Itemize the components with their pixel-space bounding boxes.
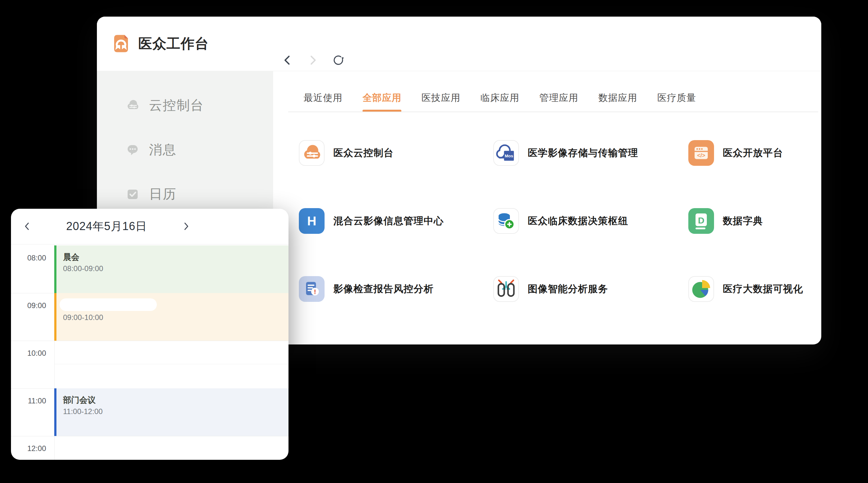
report-alert-icon: !	[299, 276, 324, 302]
event-time-range: 09:00-10:00	[63, 313, 103, 322]
hour-gridline	[11, 436, 288, 436]
database-plus-icon	[493, 208, 519, 234]
event-accent-bar	[54, 388, 57, 436]
app-clinical-data-hub[interactable]: 医众临床数据决策枢纽	[493, 208, 688, 234]
app-hybrid-cloud-imaging[interactable]: H 混合云影像信息管理中心	[299, 208, 493, 234]
calendar-next-day-button[interactable]	[180, 221, 192, 232]
tab-medtech-apps[interactable]: 医技应用	[422, 84, 460, 112]
refresh-button[interactable]	[332, 54, 345, 66]
pie-chart-icon	[688, 276, 714, 302]
svg-text:Mos: Mos	[505, 154, 513, 158]
app-label: 图像智能分析服务	[528, 282, 608, 296]
sidebar-item-label: 日历	[149, 185, 177, 203]
forward-button[interactable]	[306, 54, 319, 66]
app-label: 医众临床数据决策枢纽	[528, 215, 628, 228]
app-data-dictionary[interactable]: D 数据字典	[688, 208, 868, 234]
main-content: 最近使用 全部应用 医技应用 临床应用 管理应用 数据应用 医疗质量	[273, 71, 821, 345]
event-title: 晨会	[63, 252, 79, 263]
calendar-popup: 2024年5月16日 08:00 09:00 10:00 11:00 12:00…	[11, 209, 288, 460]
time-label: 08:00	[11, 254, 46, 262]
app-label: 医众云控制台	[333, 147, 394, 160]
code-window-icon: </>	[688, 140, 714, 166]
chevron-right-icon	[181, 221, 191, 232]
app-label: 医疗大数据可视化	[723, 282, 803, 296]
app-report-risk-analysis[interactable]: ! 影像检查报告风控分析	[299, 276, 493, 302]
calendar-event-redacted[interactable]: 09:00-10:00	[54, 293, 288, 341]
app-label: 影像检查报告风控分析	[333, 282, 434, 296]
svg-text:!: !	[314, 288, 316, 295]
app-cloud-console[interactable]: 医众云控制台	[299, 140, 493, 166]
svg-text:H: H	[307, 214, 316, 228]
dictionary-book-icon: D	[688, 208, 714, 234]
tab-management-apps[interactable]: 管理应用	[539, 84, 578, 112]
app-label: 混合云影像信息管理中心	[333, 215, 444, 228]
tab-data-apps[interactable]: 数据应用	[598, 84, 637, 112]
orange-cloud-sliders-icon	[299, 140, 324, 166]
event-accent-bar	[54, 293, 57, 341]
desktop-background: 医众工作台	[0, 0, 868, 483]
half-hour-gridline	[54, 364, 288, 364]
calendar-day-view: 08:00 09:00 10:00 11:00 12:00 晨会 08:00-0…	[11, 244, 288, 460]
tab-recent[interactable]: 最近使用	[304, 84, 342, 112]
time-label: 11:00	[11, 396, 46, 405]
calendar-prev-day-button[interactable]	[22, 221, 33, 232]
sidebar-item-label: 云控制台	[149, 97, 204, 114]
app-image-ai-analysis[interactable]: 图像智能分析服务	[493, 276, 688, 302]
app-grid: 医众云控制台 Mos 医学影像存储	[299, 140, 868, 344]
svg-text:D: D	[698, 215, 705, 225]
app-open-platform[interactable]: </> 医众开放平台	[688, 140, 868, 166]
time-label: 09:00	[11, 301, 46, 310]
sidebar-item-label: 消息	[149, 141, 177, 159]
app-bigdata-visualization[interactable]: 医疗大数据可视化	[688, 276, 868, 302]
event-accent-bar	[54, 246, 57, 293]
tab-quality[interactable]: 医疗质量	[657, 84, 696, 112]
event-time-range: 11:00-12:00	[63, 407, 102, 416]
lungs-icon	[493, 276, 519, 302]
calendar-event-morning-meeting[interactable]: 晨会 08:00-09:00	[54, 246, 288, 293]
back-button[interactable]	[281, 54, 294, 66]
sidebar-item-calendar[interactable]: 日历	[97, 180, 273, 208]
calendar-check-icon	[125, 187, 140, 201]
event-time-range: 08:00-09:00	[63, 264, 103, 273]
refresh-icon	[332, 53, 345, 67]
chevron-right-icon	[307, 54, 319, 66]
app-label: 医众开放平台	[723, 147, 783, 160]
event-title-redacted-pill	[60, 298, 157, 311]
calendar-event-department-meeting[interactable]: 部门会议 11:00-12:00	[54, 388, 288, 436]
window-header: 医众工作台	[97, 17, 821, 71]
event-title: 部门会议	[63, 395, 96, 406]
time-label: 12:00	[11, 444, 46, 453]
tab-all-apps[interactable]: 全部应用	[363, 84, 401, 112]
app-title: 医众工作台	[138, 17, 209, 71]
app-image-storage[interactable]: Mos 医学影像存储与传输管理	[493, 140, 688, 166]
chevron-left-icon	[22, 221, 33, 232]
tab-clinical-apps[interactable]: 临床应用	[480, 84, 519, 112]
sidebar-item-messages[interactable]: 消息	[97, 136, 273, 164]
svg-text:</>: </>	[697, 152, 705, 159]
chevron-left-icon	[282, 54, 293, 66]
letter-h-icon: H	[299, 208, 324, 234]
app-logo-icon	[111, 33, 131, 54]
cloud-sliders-icon	[125, 98, 140, 113]
time-label: 10:00	[11, 349, 46, 358]
calendar-header: 2024年5月16日	[11, 209, 288, 245]
sidebar-item-cloud-console[interactable]: 云控制台	[97, 91, 273, 120]
calendar-date-label: 2024年5月16日	[45, 209, 168, 244]
app-label: 数据字典	[723, 215, 763, 228]
mos-cloud-icon: Mos	[493, 140, 519, 166]
message-bubble-icon	[125, 142, 140, 157]
tab-bar: 最近使用 全部应用 医技应用 临床应用 管理应用 数据应用 医疗质量	[304, 84, 696, 112]
app-label: 医学影像存储与传输管理	[528, 147, 638, 160]
tab-divider	[288, 111, 818, 112]
